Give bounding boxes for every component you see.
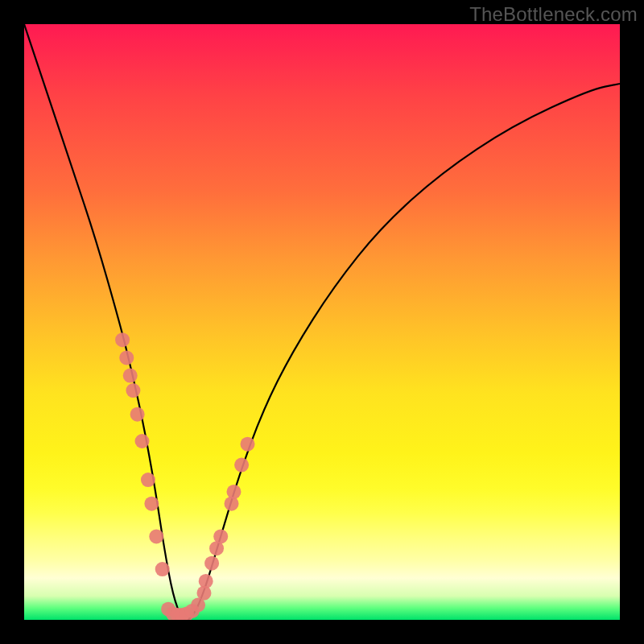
marker-cluster-left-point — [126, 383, 140, 398]
curve-layer — [24, 24, 620, 620]
markers-layer — [115, 332, 254, 620]
watermark-text: TheBottleneck.com — [469, 3, 638, 26]
marker-cluster-right-point — [234, 458, 249, 473]
marker-cluster-left-point — [135, 434, 150, 448]
marker-cluster-right-point — [225, 497, 239, 511]
bottleneck-curve — [24, 24, 620, 620]
marker-cluster-right-point — [199, 574, 213, 588]
plot-area — [24, 24, 620, 620]
chart-frame: TheBottleneck.com — [0, 0, 644, 644]
marker-cluster-right-point — [204, 556, 219, 571]
marker-cluster-left-point — [119, 350, 134, 365]
marker-cluster-right-point — [213, 529, 228, 543]
marker-cluster-left-point — [141, 473, 155, 487]
marker-cluster-right-point — [226, 485, 241, 499]
marker-cluster-left-point — [115, 332, 130, 347]
marker-cluster-left-point — [155, 562, 170, 576]
marker-cluster-left-point — [123, 369, 138, 383]
marker-cluster-bottom-point — [191, 598, 205, 613]
marker-cluster-left-point — [144, 497, 159, 511]
marker-cluster-right-point — [241, 437, 255, 452]
marker-cluster-left-point — [130, 407, 145, 422]
marker-cluster-left-point — [149, 529, 163, 543]
chart-svg — [24, 24, 620, 620]
